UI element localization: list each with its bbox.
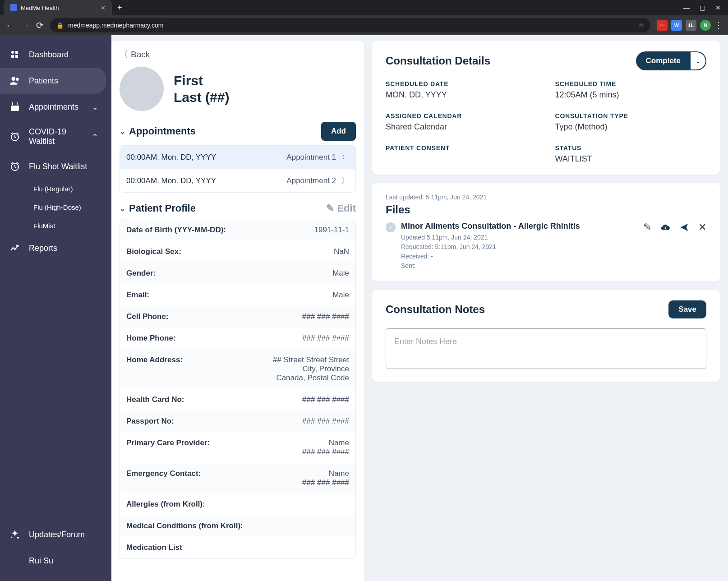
save-button[interactable]: Save (668, 300, 706, 318)
profile-label: Email: (126, 290, 149, 300)
sidebar-item-reports[interactable]: Reports (0, 235, 111, 261)
sidebar: Dashboard Patients Appointments ⌄ COVID-… (0, 35, 111, 581)
file-requested: Requested: 5:11pm, Jun 24, 2021 (401, 242, 638, 252)
sparkle-icon (9, 529, 21, 540)
profile-value: Name ### ### #### (302, 469, 349, 487)
new-tab-icon[interactable]: + (117, 3, 122, 13)
notes-card: Consultation Notes Save (372, 290, 720, 382)
chevron-right-icon: 〉 (341, 152, 349, 162)
profile-toggle[interactable]: ⌄ Patient Profile (120, 203, 196, 214)
sidebar-item-user[interactable]: Rui Su (0, 548, 111, 574)
file-actions: ✎ ✕ (643, 221, 706, 233)
ext-icon-2[interactable]: W (671, 20, 682, 31)
appointments-toggle[interactable]: ⌄ Appointments (120, 125, 196, 137)
sidebar-item-patients[interactable]: Patients (0, 68, 106, 94)
chevron-down-icon: ⌄ (120, 204, 125, 213)
svg-point-5 (16, 78, 18, 81)
patient-panel: 〈 Back First Last (##) ⌄ Appointments Ad… (111, 41, 364, 581)
back-nav-icon[interactable]: ← (5, 20, 14, 31)
sidebar-label: Updates/Forum (29, 530, 85, 540)
dashboard-icon (9, 49, 21, 60)
chevron-down-icon: ⌄ (92, 103, 102, 111)
user-icon (9, 555, 21, 567)
profile-label: Passport No: (126, 417, 174, 426)
pencil-icon[interactable]: ✎ (643, 221, 651, 233)
profile-value: ### ### #### (302, 334, 349, 343)
detail-scheduled-time: SCHEDULED TIME 12:05AM (5 mins) (555, 80, 707, 100)
bookmark-star-icon[interactable]: ☆ (638, 22, 644, 29)
tab-title: MedMe Health (21, 5, 59, 11)
sidebar-item-updates[interactable]: Updates/Forum (0, 521, 111, 548)
appointment-time: 00:00AM, Mon. DD, YYYY (126, 176, 216, 185)
svg-rect-7 (11, 104, 19, 106)
detail-value: MON. DD, YYYY (386, 90, 537, 100)
sidebar-item-appointments[interactable]: Appointments ⌄ (0, 94, 111, 120)
check-circle-icon: ✓ (386, 222, 396, 232)
appointment-row[interactable]: 00:00AM, Mon. DD, YYYY Appointment 2 〉 (120, 169, 355, 192)
close-tab-icon[interactable]: ✕ (101, 5, 106, 11)
browser-tab[interactable]: MedMe Health ✕ (4, 0, 112, 15)
profile-value: ### ### #### (302, 312, 349, 321)
profile-label: Primary Care Provider: (126, 438, 210, 447)
send-icon[interactable] (679, 222, 689, 232)
close-icon[interactable]: ✕ (698, 221, 706, 233)
sidebar-subitem-flu-regular[interactable]: Flu (Regular) (0, 180, 111, 198)
profile-row: Home Phone:### ### #### (120, 327, 355, 349)
sidebar-item-dashboard[interactable]: Dashboard (0, 42, 111, 68)
sidebar-label: Rui Su (29, 556, 53, 566)
ext-icon-3[interactable]: 1L (686, 20, 696, 31)
profile-value: NaN (334, 247, 349, 256)
patients-icon (9, 75, 21, 87)
sidebar-subitem-flumist[interactable]: FluMist (0, 217, 111, 235)
close-window-icon[interactable]: ✕ (715, 4, 721, 11)
sidebar-label: Reports (29, 244, 57, 253)
profile-label: Medical Conditions (from Kroll): (126, 521, 243, 530)
sidebar-item-flu-waitlist[interactable]: Flu Shot Waitlist (0, 153, 111, 180)
consultation-details-card: Consultation Details Complete ⌄ SCHEDULE… (372, 41, 720, 175)
profile-row: Passport No:### ### #### (120, 410, 355, 432)
profile-row: Home Address:## Street Street Street Cit… (120, 349, 355, 389)
maximize-icon[interactable]: ▢ (700, 4, 705, 11)
pencil-icon: ✎ (326, 203, 334, 214)
extension-icons: ⋯ W 1L N ⋮ (657, 20, 723, 31)
add-button[interactable]: Add (321, 122, 356, 141)
files-title: Files (386, 203, 706, 216)
profile-avatar-icon[interactable]: N (700, 20, 711, 31)
profile-row: Health Card No:### ### #### (120, 389, 355, 410)
svg-point-4 (11, 77, 15, 81)
notes-textarea[interactable] (386, 328, 706, 369)
sidebar-label: Dashboard (29, 50, 69, 60)
sidebar-item-covid-waitlist[interactable]: COVID-19 Waitlist ⌃ (0, 120, 111, 153)
profile-value: Male (332, 290, 349, 300)
appointment-time: 00:00AM, Mon. DD, YYYY (126, 153, 216, 162)
detail-label: SCHEDULED TIME (555, 80, 707, 88)
profile-value: Name ### ### #### (302, 438, 349, 456)
profile-row: Gender:Male (120, 263, 355, 284)
forward-nav-icon[interactable]: → (21, 20, 30, 31)
profile-row: Allergies (from Kroll): (120, 493, 355, 515)
address-bar[interactable]: 🔒 medmeapp.medmepharmacy.com ☆ (50, 18, 650, 32)
sidebar-label: Appointments (29, 102, 78, 112)
back-link[interactable]: 〈 Back (120, 47, 356, 67)
edit-button[interactable]: ✎ Edit (326, 203, 356, 214)
file-updated: Updated 5:11pm, Jun 24, 2021 (401, 233, 638, 242)
detail-assigned-calendar: ASSIGNED CALENDAR Shared Calendar (386, 112, 537, 132)
complete-split-button: Complete ⌄ (636, 51, 706, 70)
profile-row: Medical Conditions (from Kroll): (120, 515, 355, 537)
profile-table: Date of Birth (YYY-MM-DD):1991-11-1Biolo… (120, 219, 356, 559)
minimize-icon[interactable]: — (683, 4, 690, 11)
ext-icon-1[interactable]: ⋯ (657, 20, 668, 31)
file-title: Minor Ailments Consultation - Allergic R… (401, 221, 638, 231)
profile-value: ### ### #### (302, 417, 349, 426)
profile-row: Cell Phone:### ### #### (120, 306, 355, 327)
cloud-download-icon[interactable] (660, 222, 670, 232)
complete-button[interactable]: Complete (636, 51, 691, 70)
browser-tab-bar: MedMe Health ✕ + — ▢ ✕ (0, 0, 728, 15)
appointment-row[interactable]: 00:00AM, Mon. DD, YYYY Appointment 1 〉 (120, 146, 355, 169)
sidebar-subitem-flu-highdose[interactable]: Flu (High-Dose) (0, 198, 111, 217)
reload-icon[interactable]: ⟳ (36, 20, 44, 31)
complete-dropdown-button[interactable]: ⌄ (691, 51, 706, 70)
files-card: Last updated: 5:11pm, Jun 24, 2021 Files… (372, 183, 720, 281)
file-meta: Updated 5:11pm, Jun 24, 2021 Requested: … (401, 233, 638, 271)
browser-menu-icon[interactable]: ⋮ (714, 20, 723, 30)
